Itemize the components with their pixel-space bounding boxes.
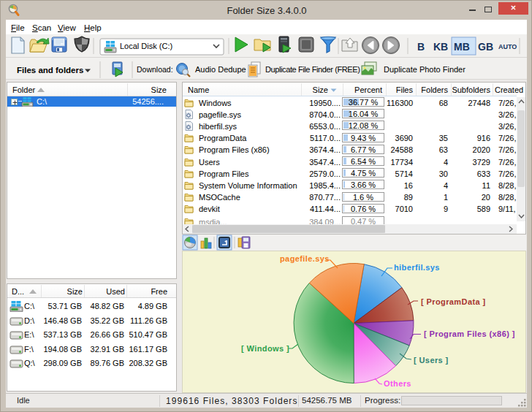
svg-text:Duplicate File Finder (FREE): Duplicate File Finder (FREE)	[265, 65, 360, 74]
svg-text:[ Windows ]: [ Windows ]	[241, 344, 289, 353]
svg-text:GB: GB	[478, 41, 493, 53]
svg-text:[ ProgramData ]: [ ProgramData ]	[421, 297, 486, 306]
svg-text:B: B	[417, 41, 425, 53]
svg-text:pagefile.sys: pagefile.sys	[280, 254, 330, 263]
svg-text:Files and folders: Files and folders	[17, 66, 83, 75]
svg-text:Others: Others	[384, 379, 411, 388]
svg-text:[ Program Files (x86) ]: [ Program Files (x86) ]	[424, 329, 515, 338]
svg-text:KB: KB	[433, 41, 448, 53]
svg-text:hiberfil.sys: hiberfil.sys	[394, 263, 440, 272]
svg-text:Duplicate Photo Finder: Duplicate Photo Finder	[384, 65, 466, 74]
svg-text:MB: MB	[454, 41, 470, 53]
svg-text:Audio Dedupe: Audio Dedupe	[195, 65, 246, 74]
svg-text:[ Users ]: [ Users ]	[414, 356, 449, 365]
svg-text:AUTO: AUTO	[498, 43, 517, 50]
svg-text:Local Disk (C:): Local Disk (C:)	[120, 42, 172, 50]
svg-text:Download:: Download:	[137, 65, 173, 74]
